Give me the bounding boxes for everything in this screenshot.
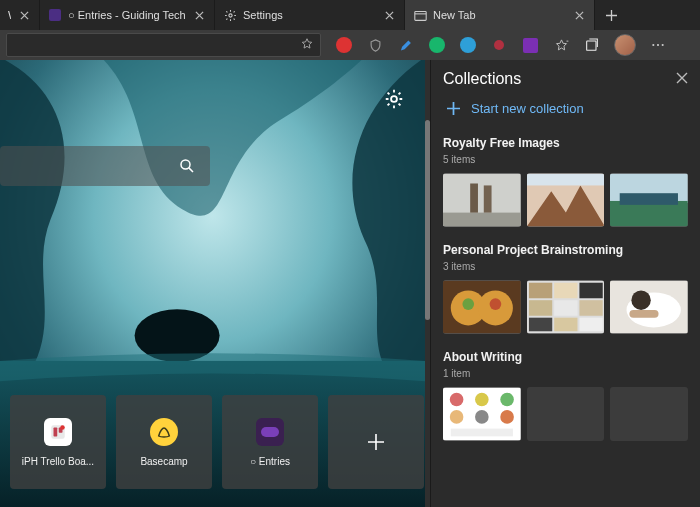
tab-3[interactable]: New Tab	[405, 0, 595, 30]
svg-rect-30	[529, 283, 552, 299]
tile-label: iPH Trello Boa...	[22, 456, 94, 467]
tab-title: ○ Entries - Guiding Tech	[68, 9, 186, 21]
tab-title: Web	[8, 9, 11, 21]
collections-panel: Collections Start new collection Royalty…	[430, 60, 700, 507]
gear-icon	[223, 8, 237, 22]
close-icon[interactable]	[382, 8, 396, 22]
tile-icon	[150, 418, 178, 446]
tab-title: New Tab	[433, 9, 566, 21]
highlight-icon[interactable]	[397, 36, 415, 54]
tab-2[interactable]: Settings	[215, 0, 405, 30]
plus-icon	[445, 100, 461, 116]
content-area: iPH Trello Boa... Basecamp ○ Entries	[0, 60, 700, 507]
close-panel-button[interactable]	[676, 72, 688, 87]
adblock-icon[interactable]	[335, 36, 353, 54]
thumb	[527, 280, 605, 334]
svg-rect-1	[414, 11, 425, 20]
page-settings-button[interactable]	[383, 88, 405, 113]
collection-count: 5 items	[443, 154, 688, 165]
thumb-empty	[610, 387, 688, 441]
tile-icon	[256, 418, 284, 446]
tab-title: Settings	[243, 9, 376, 21]
onenote-icon[interactable]	[521, 36, 539, 54]
thumb	[443, 173, 521, 227]
collection-name: Personal Project Brainstroming	[443, 243, 688, 257]
tab-strip: Web ○ Entries - Guiding Tech Settings	[0, 0, 700, 30]
start-new-collection[interactable]: Start new collection	[445, 100, 688, 116]
scrollbar[interactable]	[425, 60, 430, 507]
svg-point-28	[490, 298, 502, 310]
svg-point-4	[657, 44, 659, 46]
toolbar	[0, 30, 700, 60]
thumb	[610, 280, 688, 334]
svg-point-47	[450, 410, 464, 424]
svg-point-48	[475, 410, 489, 424]
svg-point-49	[500, 410, 514, 424]
profile-avatar[interactable]	[614, 34, 636, 56]
toolbar-icons	[325, 34, 694, 56]
svg-point-27	[462, 298, 474, 310]
svg-rect-2	[587, 41, 596, 50]
svg-rect-12	[54, 427, 58, 436]
svg-rect-32	[579, 283, 602, 299]
panel-title: Collections	[443, 70, 521, 88]
plus-icon	[362, 428, 390, 456]
search-icon	[178, 157, 196, 175]
tile-label: ○ Entries	[250, 456, 290, 467]
svg-rect-31	[554, 283, 577, 299]
scrollbar-thumb[interactable]	[425, 120, 430, 320]
collection-thumbs	[443, 387, 688, 441]
address-bar[interactable]	[6, 33, 321, 57]
svg-rect-20	[527, 174, 605, 186]
svg-point-3	[652, 44, 654, 46]
tab-1[interactable]: ○ Entries - Guiding Tech	[40, 0, 215, 30]
grammarly-icon[interactable]	[428, 36, 446, 54]
svg-point-10	[181, 160, 190, 169]
more-icon[interactable]	[649, 36, 667, 54]
svg-rect-37	[554, 318, 577, 332]
new-tab-button[interactable]	[595, 0, 627, 30]
svg-rect-35	[579, 300, 602, 316]
extension-dot-icon[interactable]	[490, 36, 508, 54]
collection-item[interactable]: Royalty Free Images 5 items	[443, 136, 688, 227]
collection-thumbs	[443, 280, 688, 334]
extension-g-icon[interactable]	[459, 36, 477, 54]
shield-icon[interactable]	[366, 36, 384, 54]
tile-icon	[44, 418, 72, 446]
newtab-icon	[413, 8, 427, 22]
svg-point-14	[60, 425, 65, 430]
collection-item[interactable]: About Writing 1 item	[443, 350, 688, 441]
quick-links: iPH Trello Boa... Basecamp ○ Entries	[0, 395, 424, 489]
collections-icon[interactable]	[583, 36, 601, 54]
tile-trello[interactable]: iPH Trello Boa...	[10, 395, 106, 489]
close-icon[interactable]	[17, 8, 31, 22]
add-tile-button[interactable]	[328, 395, 424, 489]
tile-entries[interactable]: ○ Entries	[222, 395, 318, 489]
thumb	[443, 387, 521, 441]
svg-rect-17	[470, 183, 478, 212]
favicon-icon	[48, 8, 62, 22]
thumb	[527, 173, 605, 227]
close-icon[interactable]	[192, 8, 206, 22]
svg-rect-33	[529, 300, 552, 316]
thumb-empty	[527, 387, 605, 441]
search-box[interactable]	[0, 146, 210, 186]
thumb	[610, 173, 688, 227]
close-icon[interactable]	[572, 8, 586, 22]
collection-thumbs	[443, 173, 688, 227]
svg-rect-38	[579, 318, 602, 332]
svg-point-5	[662, 44, 664, 46]
svg-point-41	[632, 290, 651, 309]
svg-rect-42	[630, 310, 659, 318]
collection-item[interactable]: Personal Project Brainstroming 3 items	[443, 243, 688, 334]
favorites-icon[interactable]	[552, 36, 570, 54]
svg-rect-18	[484, 185, 492, 212]
svg-point-44	[450, 393, 464, 407]
tile-label: Basecamp	[140, 456, 187, 467]
panel-header: Collections	[443, 70, 688, 88]
tile-basecamp[interactable]: Basecamp	[116, 395, 212, 489]
star-icon[interactable]	[300, 37, 314, 54]
collection-count: 1 item	[443, 368, 688, 379]
tab-0[interactable]: Web	[0, 0, 40, 30]
svg-rect-36	[529, 318, 552, 332]
